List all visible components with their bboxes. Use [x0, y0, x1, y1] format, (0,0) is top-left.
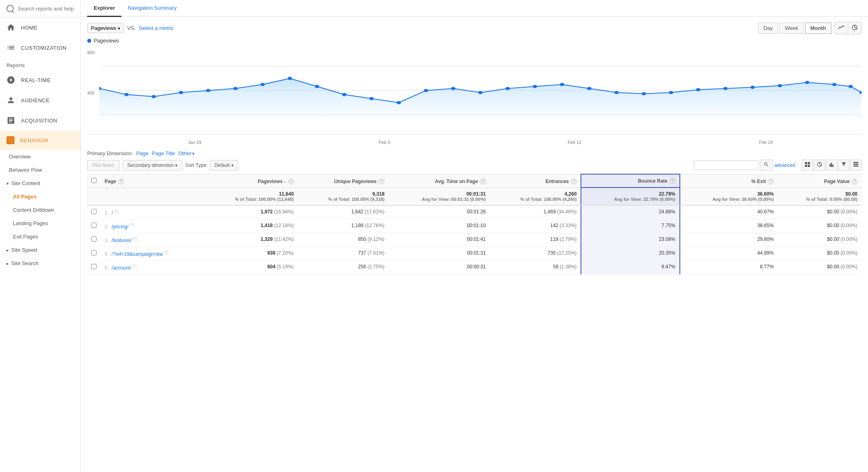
select-metric-link[interactable]: Select a metric — [139, 25, 174, 31]
row1-page-link[interactable]: / — [111, 210, 113, 216]
date-btn-day[interactable]: Day — [758, 23, 778, 34]
sidebar-item-all-pages[interactable]: All Pages — [0, 190, 80, 203]
site-search-chevron — [6, 260, 9, 266]
primary-dim-page[interactable]: Page — [136, 150, 148, 156]
row5-page-link[interactable]: /account/ — [111, 265, 131, 271]
line-chart-svg — [99, 46, 862, 127]
funnel-view-btn[interactable] — [838, 160, 849, 171]
customization-icon — [6, 43, 15, 52]
secondary-dimension-dropdown[interactable]: Secondary dimension — [123, 160, 182, 171]
row1-avg-time: 00:01:26 — [388, 205, 490, 219]
search-label: Search reports and help — [18, 6, 74, 12]
page-help-icon[interactable]: ? — [118, 179, 124, 184]
sidebar-item-audience[interactable]: AUDIENCE — [0, 90, 80, 110]
sort-arrow: ↓ — [284, 179, 286, 184]
bounce-help-icon[interactable]: ? — [670, 178, 675, 184]
sidebar-item-site-content[interactable]: Site Content — [0, 177, 80, 190]
row5-copy-icon[interactable] — [132, 264, 138, 270]
row3-copy-icon[interactable] — [133, 236, 139, 242]
site-search-label: Site Search — [11, 260, 38, 266]
row4-checkbox — [87, 247, 101, 261]
bar-view-btn[interactable] — [826, 160, 837, 171]
sidebar-item-overview[interactable]: Overview — [0, 150, 80, 163]
site-speed-label: Site Speed — [11, 247, 37, 253]
svg-point-9 — [151, 95, 156, 98]
row2-check[interactable] — [91, 223, 96, 228]
chart-area: 800 400 — [87, 46, 862, 135]
entrances-help-icon[interactable]: ? — [571, 179, 577, 184]
primary-dim-other[interactable]: Other — [178, 150, 195, 156]
table-search-input[interactable] — [694, 160, 758, 170]
sidebar-item-site-search[interactable]: Site Search — [0, 257, 80, 270]
sidebar-item-behavior[interactable]: BEHAVIOR — [0, 131, 80, 150]
line-chart-btn[interactable] — [835, 22, 848, 34]
row2-page-link[interactable]: /pricing/ — [111, 224, 128, 230]
site-content-label: Site Content — [11, 180, 40, 186]
grid-view-btn[interactable] — [802, 160, 813, 171]
row1-page-value: $0.00 (0.00%) — [778, 205, 862, 219]
chart-legend: Pageviews — [87, 38, 862, 44]
row5-check[interactable] — [91, 264, 96, 269]
search-bar[interactable]: Search reports and help — [0, 0, 80, 17]
sidebar-item-behavior-flow[interactable]: Behavior Flow — [0, 163, 80, 177]
chart-controls-left: Pageviews VS. Select a metric — [87, 23, 174, 33]
row4-page-link[interactable]: /?ref=19&campaign=bw — [111, 251, 163, 257]
sidebar: Search reports and help HOME CUSTOMIZATI… — [0, 0, 81, 472]
sidebar-item-acquisition[interactable]: ACQUISITION — [0, 110, 80, 131]
row5-checkbox — [87, 261, 101, 274]
page-value-help-icon[interactable]: ? — [852, 179, 858, 184]
tab-explorer[interactable]: Explorer — [87, 0, 122, 17]
line-chart-icon — [838, 24, 845, 31]
svg-point-21 — [478, 91, 483, 94]
row4-page-value: $0.00 (0.00%) — [778, 247, 862, 261]
svg-rect-47 — [832, 164, 834, 166]
sidebar-item-home[interactable]: HOME — [0, 17, 80, 38]
vs-text: VS. — [127, 25, 136, 31]
y-label-400: 400 — [87, 91, 94, 95]
date-btn-month[interactable]: Month — [805, 23, 831, 34]
tab-navigation-summary[interactable]: Navigation Summary — [122, 0, 183, 17]
sidebar-item-content-drilldown[interactable]: Content Drilldown — [0, 203, 80, 217]
svg-point-25 — [587, 87, 591, 90]
row3-checkbox — [87, 233, 101, 247]
pageviews-help-icon[interactable]: ? — [288, 179, 294, 184]
svg-marker-6 — [99, 78, 862, 119]
sort-dropdown[interactable]: Default — [210, 160, 238, 171]
row4-pageviews: 838 (7.20%) — [203, 247, 298, 261]
pie-chart-btn[interactable] — [848, 22, 861, 34]
totals-checkbox-cell — [87, 188, 101, 205]
table-view-btn[interactable] — [850, 160, 862, 171]
advanced-link[interactable]: advanced — [774, 162, 795, 168]
totals-page-value: $0.00 % of Total: 0.00% ($0.00) — [778, 188, 862, 205]
table-search-box: advanced — [694, 160, 795, 171]
row4-entrances: 735 (17.25%) — [490, 247, 581, 261]
pie-view-btn[interactable] — [814, 160, 825, 171]
metric-dropdown[interactable]: Pageviews — [87, 23, 124, 33]
table-search-button[interactable] — [760, 160, 773, 171]
exit-help-icon[interactable]: ? — [768, 179, 774, 184]
unique-pv-help-icon[interactable]: ? — [379, 179, 384, 184]
th-pageviews: Pageviews ↓ ? — [203, 174, 298, 188]
svg-rect-39 — [805, 165, 807, 167]
sidebar-item-site-speed[interactable]: Site Speed — [0, 243, 80, 257]
row3-page-link[interactable]: /features/ — [111, 238, 132, 243]
sidebar-item-realtime[interactable]: REAL-TIME — [0, 70, 80, 90]
row1-check[interactable] — [91, 209, 96, 214]
select-all-checkbox[interactable] — [91, 178, 96, 183]
date-btn-week[interactable]: Week — [780, 23, 803, 34]
row4-check[interactable] — [91, 250, 96, 255]
primary-dim-page-title[interactable]: Page Title — [152, 150, 175, 156]
row1-copy-icon[interactable] — [114, 209, 120, 215]
sidebar-item-customization[interactable]: CUSTOMIZATION — [0, 38, 80, 58]
sidebar-item-exit-pages[interactable]: Exit Pages — [0, 230, 80, 243]
row5-avg-time: 00:00:31 — [388, 261, 490, 274]
row3-exit: 29.80% — [680, 233, 778, 247]
funnel-icon — [841, 162, 847, 167]
row2-avg-time: 00:01:10 — [388, 219, 490, 233]
avg-time-help-icon[interactable]: ? — [480, 179, 486, 184]
sidebar-item-landing-pages[interactable]: Landing Pages — [0, 217, 80, 230]
row2-copy-icon[interactable] — [130, 223, 136, 228]
row3-check[interactable] — [91, 236, 96, 242]
row4-copy-icon[interactable] — [164, 250, 170, 256]
row3-page: 3. /features/ — [101, 233, 203, 247]
